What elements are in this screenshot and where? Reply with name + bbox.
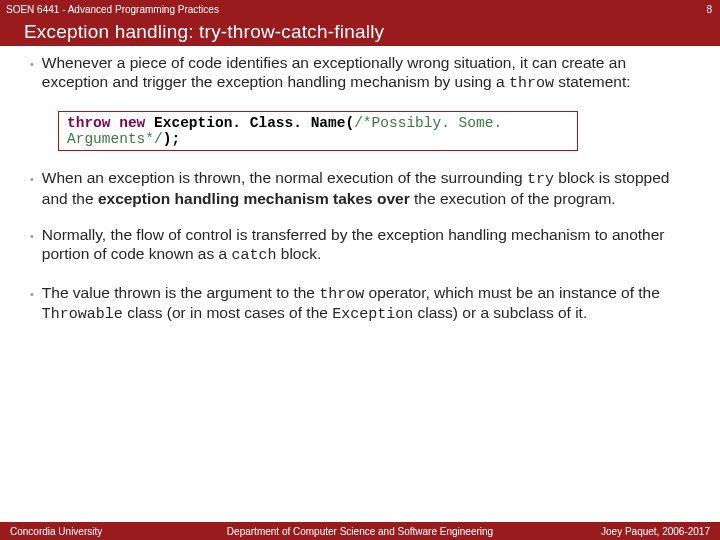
inline-code: try [527, 171, 554, 188]
text-fragment: The value thrown is the argument to the [42, 284, 319, 301]
bullet-text: When an exception is thrown, the normal … [42, 169, 692, 208]
keyword-throw: throw [67, 115, 111, 131]
title-text: Exception handling: try-throw-catch-fina… [24, 21, 384, 43]
bullet-dot-icon: • [30, 58, 34, 71]
bullet-dot-icon: • [30, 288, 34, 301]
text-fragment: statement: [554, 73, 631, 90]
bullet-dot-icon: • [30, 230, 34, 243]
bullet-1: • Whenever a piece of code identifies an… [30, 54, 692, 93]
text-fragment: When an exception is thrown, the normal … [42, 169, 527, 186]
bold-text: exception handling mechanism takes over [98, 190, 410, 207]
inline-code: catch [231, 247, 276, 264]
footer-right: Joey Paquet, 2006-2017 [601, 526, 710, 537]
bullet-text: Normally, the flow of control is transfe… [42, 226, 692, 265]
slide-title: Exception handling: try-throw-catch-fina… [0, 18, 720, 46]
inline-code: Exception [332, 306, 413, 323]
text-fragment: the execution of the program. [410, 190, 616, 207]
bullet-4: • The value thrown is the argument to th… [30, 284, 692, 325]
code-classname: Exception. Class. Name( [154, 115, 354, 131]
footer-bar: Concordia University Department of Compu… [0, 522, 720, 540]
slide-number: 8 [706, 4, 712, 15]
bullet-text: Whenever a piece of code identifies an e… [42, 54, 692, 93]
footer-left: Concordia University [10, 526, 102, 537]
bullet-3: • Normally, the flow of control is trans… [30, 226, 692, 265]
course-label: SOEN 6441 - Advanced Programming Practic… [6, 4, 219, 15]
text-fragment: block. [276, 245, 321, 262]
inline-code: throw [509, 75, 554, 92]
keyword-new: new [119, 115, 145, 131]
bullet-dot-icon: • [30, 173, 34, 186]
text-fragment: class) or a subclass of it. [413, 304, 587, 321]
text-fragment: operator, which must be an instance of t… [364, 284, 660, 301]
inline-code: throw [319, 286, 364, 303]
header-bar: SOEN 6441 - Advanced Programming Practic… [0, 0, 720, 18]
text-fragment: Normally, the flow of control is transfe… [42, 226, 665, 262]
code-close: ); [163, 131, 180, 147]
slide-content: • Whenever a piece of code identifies an… [0, 46, 720, 324]
inline-code: Throwable [42, 306, 123, 323]
text-fragment: class (or in most cases of the [123, 304, 332, 321]
bullet-2: • When an exception is thrown, the norma… [30, 169, 692, 208]
code-sample-box: throw new Exception. Class. Name(/*Possi… [58, 111, 578, 151]
bullet-text: The value thrown is the argument to the … [42, 284, 692, 325]
footer-center: Department of Computer Science and Softw… [227, 526, 493, 537]
